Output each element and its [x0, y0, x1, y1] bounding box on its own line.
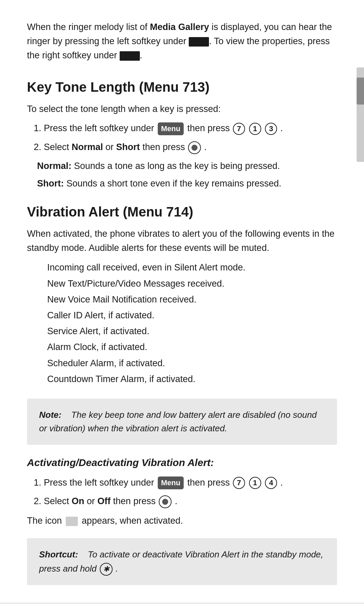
- scrollbar-thumb[interactable]: [357, 78, 364, 105]
- bullet-item-8: Countdown Timer Alarm, if activated.: [47, 372, 337, 386]
- shortcut-press-hold: press and hold: [39, 563, 97, 574]
- bullet-item-3: New Voice Mail Notification received.: [47, 292, 337, 307]
- shortcut-label: Shortcut:: [39, 549, 78, 559]
- bullet-item-2: New Text/Picture/Video Messages received…: [47, 277, 337, 291]
- bullet-item-6: Alarm Clock, if activated.: [47, 340, 337, 354]
- bullet-item-5: Service Alert, if activated.: [47, 324, 337, 339]
- note-body-text: The key beep tone and low battery alert …: [39, 410, 317, 433]
- section1-intro: To select the tone length when a key is …: [27, 102, 337, 116]
- step2-or: or: [105, 142, 116, 152]
- step1-period: .: [280, 123, 283, 133]
- section2-title: Vibration Alert (Menu 714): [27, 204, 337, 220]
- vibration-off-label: Off: [97, 496, 111, 506]
- note-label: Note:: [39, 410, 61, 420]
- softkey-block-2: [120, 51, 140, 61]
- section1-title: Key Tone Length (Menu 713): [27, 80, 337, 95]
- section-vibration-alert: Vibration Alert (Menu 714) When activate…: [27, 204, 337, 585]
- subsection-title: Activating/Deactivating Vibration Alert:: [27, 457, 337, 468]
- vibration-bullet-list: Incoming call received, even in Silent A…: [47, 260, 337, 386]
- note-text: [64, 410, 69, 420]
- intro-text-end: .: [140, 50, 143, 60]
- shortcut-spacer: [81, 549, 85, 559]
- section1-step2: 2. Select Normal or Short then press .: [27, 140, 337, 154]
- softkey-block-1: [189, 37, 209, 47]
- vibration-step2-select: Select: [44, 496, 72, 506]
- scrollbar-track[interactable]: [357, 67, 364, 162]
- star-key-button: ✱: [100, 563, 113, 576]
- key-7-2: 7: [233, 477, 245, 489]
- bullet-item-1: Incoming call received, even in Silent A…: [47, 260, 337, 275]
- vibration-step1: 1. Press the left softkey under Menu the…: [27, 476, 337, 490]
- vibration-then: then press: [113, 496, 158, 506]
- step2-normal-label: Normal: [72, 142, 103, 152]
- intro-bold-media-gallery: Media Gallery: [150, 22, 209, 32]
- vibration-step2-content: Select On or Off then press .: [44, 494, 177, 509]
- definition-short: Short: Sounds a short tone even if the k…: [27, 177, 337, 191]
- vibration-step1-after: then press: [187, 478, 233, 488]
- icon-line-after: appears, when activated.: [82, 516, 183, 526]
- vibration-step1-num: 1.: [27, 476, 44, 490]
- icon-appears-line: The icon appears, when activated.: [27, 514, 337, 528]
- intro-text-before: When the ringer melody list of: [27, 22, 150, 32]
- section1-step1: 1. Press the left softkey under Menu the…: [27, 121, 337, 136]
- step2-content: Select Normal or Short then press .: [44, 140, 207, 154]
- vibration-step1-period: .: [280, 478, 283, 488]
- page-content: When the ringer melody list of Media Gal…: [0, 0, 364, 607]
- key-3-1: 3: [265, 123, 277, 135]
- step1-num: 1.: [27, 121, 44, 136]
- vibration-or: or: [87, 496, 98, 506]
- step2-num: 2.: [27, 140, 44, 154]
- section2-intro: When activated, the phone vibrates to al…: [27, 227, 337, 255]
- normal-text: Sounds a tone as long as the key is bein…: [74, 161, 280, 171]
- step1-content: Press the left softkey under Menu then p…: [44, 121, 283, 136]
- short-label: Short:: [37, 178, 64, 189]
- key-1-2: 1: [249, 477, 261, 489]
- step2-text-select: Select: [44, 142, 72, 152]
- intro-paragraph: When the ringer melody list of Media Gal…: [27, 20, 337, 63]
- step2-short-label: Short: [116, 142, 140, 152]
- ok-button-1: [188, 141, 201, 154]
- definition-normal: Normal: Sounds a tone as long as the key…: [27, 159, 337, 173]
- vibration-on-label: On: [72, 496, 85, 506]
- menu-badge-2: Menu: [158, 476, 184, 489]
- step2-period: .: [204, 142, 207, 152]
- shortcut-box: Shortcut: To activate or deactivate Vibr…: [27, 538, 337, 585]
- icon-line-before: The icon: [27, 516, 62, 526]
- short-text: Sounds a short tone even if the key rema…: [66, 178, 281, 189]
- vibration-icon-placeholder: [66, 517, 78, 526]
- step1-text-before: Press the left softkey under: [44, 123, 157, 133]
- ok-button-2: [159, 495, 172, 508]
- note-box-vibration: Note: The key beep tone and low battery …: [27, 399, 337, 445]
- step2-text-then: then press: [143, 142, 188, 152]
- page-footer: Chapter 8 99: [0, 603, 364, 607]
- key-4-1: 4: [265, 477, 277, 489]
- shortcut-period: .: [116, 563, 118, 574]
- step1-text-after: then press: [187, 123, 233, 133]
- bullet-item-7: Scheduler Alarm, if activated.: [47, 356, 337, 371]
- bullet-item-4: Caller ID Alert, if activated.: [47, 308, 337, 323]
- section-key-tone-length: Key Tone Length (Menu 713) To select the…: [27, 80, 337, 191]
- vibration-step1-before: Press the left softkey under: [44, 478, 157, 488]
- shortcut-body-text: To activate or deactivate Vibration Aler…: [88, 549, 323, 559]
- key-7-1: 7: [233, 123, 245, 135]
- vibration-step1-content: Press the left softkey under Menu then p…: [44, 476, 283, 490]
- vibration-step2-period: .: [175, 496, 178, 506]
- key-1-1: 1: [249, 123, 261, 135]
- menu-badge-1: Menu: [158, 122, 184, 135]
- vibration-step2-num: 2.: [27, 494, 44, 509]
- normal-label: Normal:: [37, 161, 71, 171]
- vibration-step2: 2. Select On or Off then press .: [27, 494, 337, 509]
